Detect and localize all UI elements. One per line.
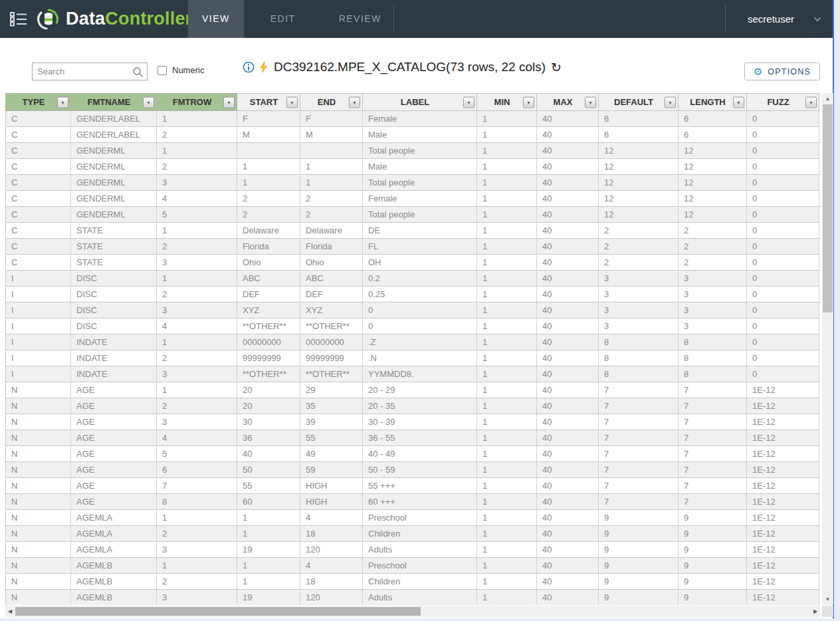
- table-cell[interactable]: 60 +++: [363, 494, 477, 510]
- table-cell[interactable]: N: [6, 510, 71, 526]
- table-cell[interactable]: INDATE: [71, 366, 157, 382]
- table-cell[interactable]: 00000000: [237, 334, 300, 350]
- table-cell[interactable]: I: [6, 318, 71, 334]
- table-cell[interactable]: 7: [599, 430, 679, 446]
- table-cell[interactable]: 1E-12: [747, 590, 819, 606]
- table-cell[interactable]: 3: [599, 271, 679, 287]
- table-cell[interactable]: 4: [300, 510, 363, 526]
- table-cell[interactable]: I: [6, 350, 71, 366]
- table-cell[interactable]: 12: [679, 143, 747, 159]
- lightning-icon[interactable]: [259, 61, 268, 73]
- table-cell[interactable]: 18: [300, 526, 363, 542]
- table-cell[interactable]: .N: [363, 350, 477, 366]
- table-cell[interactable]: 40: [537, 271, 599, 287]
- table-cell[interactable]: 7: [679, 446, 747, 462]
- info-icon[interactable]: [243, 61, 255, 73]
- table-cell[interactable]: 40: [537, 494, 599, 510]
- table-cell[interactable]: 3: [157, 414, 237, 430]
- table-cell[interactable]: Female: [363, 191, 477, 207]
- table-cell[interactable]: 49: [300, 446, 363, 462]
- table-cell[interactable]: 0: [747, 143, 819, 159]
- table-cell[interactable]: GENDERLABEL: [71, 111, 157, 127]
- table-cell[interactable]: 2: [157, 398, 237, 414]
- table-cell[interactable]: STATE: [71, 255, 157, 271]
- table-cell[interactable]: 1E-12: [747, 574, 819, 590]
- table-cell[interactable]: DISC: [71, 303, 157, 318]
- table-cell[interactable]: 6: [599, 111, 679, 127]
- table-cell[interactable]: 1: [477, 398, 537, 414]
- table-cell[interactable]: 99999999: [300, 350, 363, 366]
- table-cell[interactable]: I: [6, 287, 71, 303]
- table-cell[interactable]: 4: [157, 318, 237, 334]
- table-cell[interactable]: 120: [300, 590, 363, 606]
- table-cell[interactable]: 7: [599, 382, 679, 398]
- table-cell[interactable]: 12: [679, 159, 747, 175]
- table-cell[interactable]: 0: [747, 318, 819, 334]
- tab-review[interactable]: REVIEW: [322, 0, 398, 38]
- table-cell[interactable]: 1: [477, 510, 537, 526]
- table-cell[interactable]: ABC: [300, 271, 363, 287]
- table-cell[interactable]: 8: [679, 366, 747, 382]
- table-cell[interactable]: C: [6, 223, 71, 239]
- table-cell[interactable]: 1: [477, 366, 537, 382]
- table-cell[interactable]: 12: [599, 175, 679, 191]
- table-cell[interactable]: 1: [237, 526, 300, 542]
- table-cell[interactable]: 39: [300, 414, 363, 430]
- table-cell[interactable]: 1E-12: [747, 398, 819, 414]
- table-cell[interactable]: 1E-12: [747, 414, 819, 430]
- table-cell[interactable]: [237, 143, 300, 159]
- table-cell[interactable]: 1: [300, 159, 363, 175]
- table-cell[interactable]: Florida: [300, 239, 363, 255]
- table-cell[interactable]: 40: [537, 159, 599, 175]
- table-cell[interactable]: .Z: [363, 334, 477, 350]
- table-cell[interactable]: 40: [537, 334, 599, 350]
- table-cell[interactable]: Adults: [363, 542, 477, 558]
- table-cell[interactable]: 00000000: [300, 334, 363, 350]
- table-cell[interactable]: 0: [747, 334, 819, 350]
- chevron-down-icon[interactable]: [813, 17, 821, 22]
- table-cell[interactable]: 1: [237, 510, 300, 526]
- table-cell[interactable]: 40: [537, 414, 599, 430]
- table-cell[interactable]: AGEMLB: [71, 590, 157, 606]
- table-cell[interactable]: Preschool: [363, 558, 477, 574]
- table-cell[interactable]: Male: [363, 127, 477, 143]
- table-cell[interactable]: N: [6, 590, 71, 606]
- table-cell[interactable]: 1: [477, 143, 537, 159]
- table-cell[interactable]: GENDERML: [71, 143, 157, 159]
- table-cell[interactable]: 1E-12: [747, 430, 819, 446]
- table-cell[interactable]: 6: [679, 111, 747, 127]
- table-cell[interactable]: Children: [363, 574, 477, 590]
- table-cell[interactable]: 2: [679, 239, 747, 255]
- table-cell[interactable]: Female: [363, 111, 477, 127]
- brand-logo[interactable]: DataController: [37, 8, 192, 31]
- table-cell[interactable]: Preschool: [363, 510, 477, 526]
- table-cell[interactable]: 1: [477, 318, 537, 334]
- table-cell[interactable]: 12: [679, 191, 747, 207]
- table-cell[interactable]: STATE: [71, 239, 157, 255]
- table-cell[interactable]: 1E-12: [747, 510, 819, 526]
- table-cell[interactable]: 12: [599, 207, 679, 223]
- table-cell[interactable]: 3: [157, 542, 237, 558]
- table-cell[interactable]: 1: [157, 510, 237, 526]
- filter-button[interactable]: ▼: [733, 96, 744, 108]
- table-cell[interactable]: 3: [679, 303, 747, 318]
- table-cell[interactable]: Total people: [363, 175, 477, 191]
- table-cell[interactable]: C: [6, 111, 71, 127]
- column-header[interactable]: MAX▼: [537, 94, 599, 111]
- column-header[interactable]: FMTROW▼: [157, 94, 237, 111]
- scroll-down-arrow[interactable]: ▼: [822, 594, 833, 605]
- table-cell[interactable]: 1: [477, 414, 537, 430]
- table-cell[interactable]: AGE: [71, 478, 157, 494]
- table-cell[interactable]: 1: [237, 175, 300, 191]
- refresh-icon[interactable]: ↻: [551, 61, 562, 74]
- table-cell[interactable]: 59: [300, 462, 363, 478]
- table-cell[interactable]: 50: [237, 462, 300, 478]
- table-cell[interactable]: N: [6, 542, 71, 558]
- table-cell[interactable]: 1: [300, 175, 363, 191]
- table-cell[interactable]: DISC: [71, 318, 157, 334]
- table-cell[interactable]: N: [6, 462, 71, 478]
- table-cell[interactable]: 2: [599, 223, 679, 239]
- table-cell[interactable]: **OTHER**: [300, 366, 363, 382]
- table-cell[interactable]: Total people: [363, 143, 477, 159]
- table-cell[interactable]: 3: [157, 175, 237, 191]
